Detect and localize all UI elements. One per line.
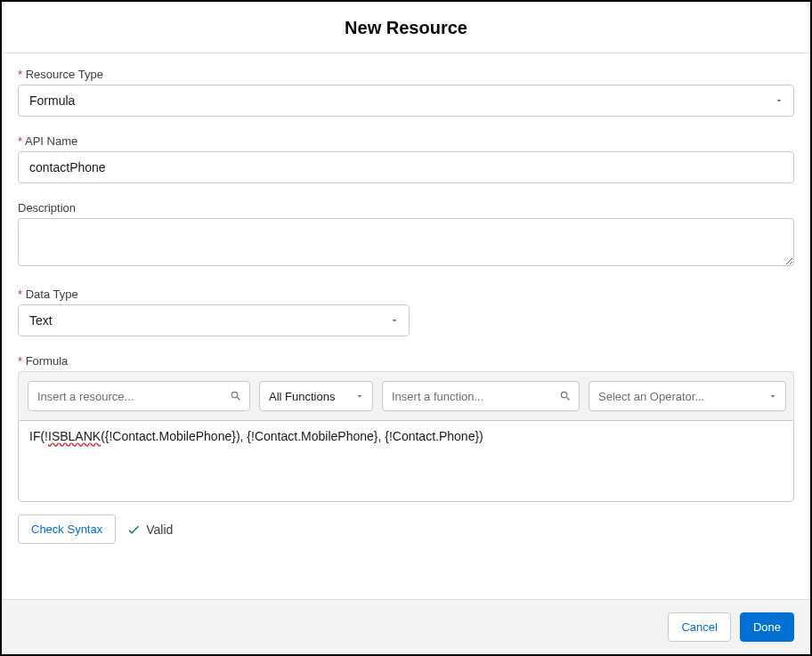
description-label: Description (18, 201, 794, 215)
formula-expression-squiggly: ISBLANK (48, 429, 101, 443)
search-icon (559, 390, 572, 402)
chevron-down-icon (354, 391, 365, 401)
modal-body: Resource Type Formula API Name Descripti… (2, 53, 810, 599)
modal-header: New Resource (2, 2, 810, 53)
api-name-group: API Name (18, 134, 794, 183)
insert-resource-placeholder: Insert a resource... (37, 390, 134, 403)
syntax-status-badge: Valid (126, 522, 173, 537)
cancel-button[interactable]: Cancel (668, 612, 730, 642)
formula-textarea[interactable]: IF(!ISBLANK({!Contact.MobilePhone}), {!C… (18, 420, 794, 502)
data-type-combobox[interactable]: Text (18, 304, 410, 336)
formula-group: Formula Insert a resource... All Functio… (18, 354, 794, 544)
modal-footer: Cancel Done (2, 599, 810, 654)
function-category-value: All Functions (269, 390, 335, 403)
check-icon (126, 522, 141, 537)
select-operator-placeholder: Select an Operator... (598, 390, 704, 403)
data-type-label: Data Type (18, 288, 794, 301)
search-icon (230, 390, 242, 402)
select-operator-combobox[interactable]: Select an Operator... (589, 381, 786, 411)
description-group: Description (18, 201, 794, 270)
chevron-down-icon (767, 391, 778, 401)
modal-title: New Resource (345, 18, 467, 37)
data-type-value: Text (29, 313, 53, 328)
resource-type-value: Formula (29, 93, 75, 108)
insert-resource-combobox[interactable]: Insert a resource... (28, 381, 250, 411)
chevron-down-icon (774, 95, 784, 106)
resource-type-label: Resource Type (18, 68, 794, 81)
formula-toolbar: Insert a resource... All Functions Inser… (18, 371, 794, 420)
formula-expression-prefix: IF(! (29, 429, 48, 443)
api-name-input[interactable] (18, 151, 794, 183)
resource-type-combobox[interactable]: Formula (18, 85, 794, 117)
function-category-combobox[interactable]: All Functions (259, 381, 373, 411)
description-textarea[interactable] (18, 218, 794, 266)
syntax-row: Check Syntax Valid (18, 514, 794, 544)
new-resource-modal: New Resource Resource Type Formula API N… (0, 0, 812, 656)
syntax-status-text: Valid (146, 522, 173, 537)
insert-function-combobox[interactable]: Insert a function... (382, 381, 580, 411)
data-type-group: Data Type Text (18, 288, 794, 336)
chevron-down-icon (389, 315, 400, 326)
resource-type-group: Resource Type Formula (18, 68, 794, 117)
formula-expression-suffix: ({!Contact.MobilePhone}), {!Contact.Mobi… (101, 429, 483, 443)
formula-label: Formula (18, 354, 794, 368)
check-syntax-button[interactable]: Check Syntax (18, 514, 116, 544)
api-name-label: API Name (18, 134, 794, 148)
done-button[interactable]: Done (740, 612, 794, 642)
insert-function-placeholder: Insert a function... (392, 390, 483, 403)
